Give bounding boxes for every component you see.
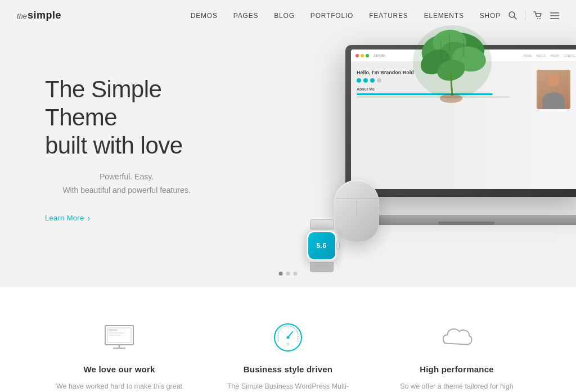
- svg-line-1: [514, 17, 516, 19]
- feature-business: 0 Business style driven The Simple Busin…: [204, 321, 372, 392]
- nav-divider: [525, 11, 525, 20]
- nav-item-features[interactable]: FEATURES: [369, 12, 408, 20]
- mouse-button-line: [334, 198, 379, 199]
- screen-logo-text: simple: [374, 53, 385, 57]
- mouse-mockup: [334, 180, 379, 242]
- watch-band-top: [310, 219, 334, 229]
- screen-dots: [356, 54, 369, 57]
- screen-icon-3: [370, 78, 375, 83]
- learn-more-link[interactable]: Learn More ›: [45, 214, 90, 223]
- features-section: We love our work We have worked hard to …: [0, 287, 576, 392]
- feature-work-desc: We have worked hard to make this great t…: [52, 381, 187, 392]
- cart-icon[interactable]: [533, 11, 542, 20]
- svg-point-2: [537, 18, 538, 19]
- nav-item-pages[interactable]: PAGES: [233, 12, 258, 20]
- nav-item-portfolio[interactable]: PORTFOLIO: [310, 12, 353, 20]
- nav-item-blog[interactable]: BLOG: [274, 12, 295, 20]
- mouse-body: [334, 180, 379, 242]
- screen-right-panel: [531, 66, 576, 184]
- nav-icons: [508, 11, 559, 20]
- nav-item-shop[interactable]: SHOP: [480, 12, 501, 20]
- main-nav: DEMOS PAGES BLOG PORTFOLIO FEATURES ELEM…: [191, 12, 501, 20]
- svg-rect-24: [109, 332, 124, 334]
- dot-red: [356, 54, 359, 57]
- nav-item-demos[interactable]: DEMOS: [191, 12, 218, 20]
- feature-performance-title: High performance: [389, 364, 524, 374]
- feature-performance: High performance So we offer a theme tai…: [372, 321, 541, 392]
- speedometer-icon: 0: [271, 321, 305, 354]
- svg-rect-25: [109, 335, 121, 336]
- logo[interactable]: the simple: [17, 10, 61, 21]
- learn-more-arrow: ›: [87, 214, 90, 223]
- hero-image-area: simple HOME ABOUT WORK CONTACT Hello, I'…: [272, 17, 576, 276]
- screen-icon-1: [357, 78, 361, 83]
- menu-icon[interactable]: [550, 12, 559, 19]
- plant-decoration: [402, 17, 503, 118]
- watch-screen: 5.6: [308, 232, 335, 259]
- svg-point-18: [440, 94, 462, 103]
- hero-dot-3[interactable]: [294, 272, 298, 276]
- cloud-icon: [440, 321, 474, 354]
- logo-the: the: [17, 12, 27, 20]
- hero-content: The Simple Theme built with love Powerfu…: [0, 30, 242, 257]
- screen-icon-2: [363, 78, 368, 83]
- watch-mockup: 5.6: [303, 219, 340, 270]
- hero-dot-2[interactable]: [286, 272, 290, 276]
- feature-business-title: Business style driven: [220, 364, 356, 374]
- hero-subtitle: Powerful. Easy. With beautiful and power…: [45, 170, 208, 197]
- screen-nav: HOME ABOUT WORK CONTACT: [523, 54, 576, 57]
- feature-work: We love our work We have worked hard to …: [35, 321, 204, 392]
- svg-point-28: [287, 336, 290, 339]
- svg-point-3: [539, 18, 541, 19]
- feature-performance-desc: So we offer a theme tailored for high pe…: [389, 381, 524, 392]
- mouse-scroll-wheel: [357, 200, 357, 217]
- header: the simple DEMOS PAGES BLOG PORTFOLIO FE…: [0, 0, 576, 31]
- watch-time-display: 5.6: [316, 242, 326, 250]
- screen-icon-4: [377, 78, 381, 83]
- screen-avatar: [537, 70, 570, 109]
- feature-business-desc: The Simple Business WordPress Multi-purp…: [220, 381, 356, 392]
- nav-item-elements[interactable]: ELEMENTS: [424, 12, 464, 20]
- hero-dot-1[interactable]: [279, 272, 283, 276]
- hero-dots-indicator: [279, 272, 298, 276]
- hero-section: The Simple Theme built with love Powerfu…: [0, 0, 576, 287]
- monitor-icon: [102, 321, 136, 354]
- feature-work-title: We love our work: [52, 364, 187, 374]
- svg-text:0: 0: [287, 342, 289, 346]
- hero-title: The Simple Theme built with love: [45, 75, 208, 160]
- watch-band-bottom: [310, 262, 334, 272]
- svg-rect-23: [109, 329, 118, 331]
- dot-green: [366, 54, 369, 57]
- logo-simple: simple: [28, 10, 61, 21]
- dot-yellow: [361, 54, 364, 57]
- watch-crown: [336, 242, 340, 250]
- search-icon[interactable]: [508, 11, 517, 20]
- watch-body: 5.6: [305, 229, 338, 262]
